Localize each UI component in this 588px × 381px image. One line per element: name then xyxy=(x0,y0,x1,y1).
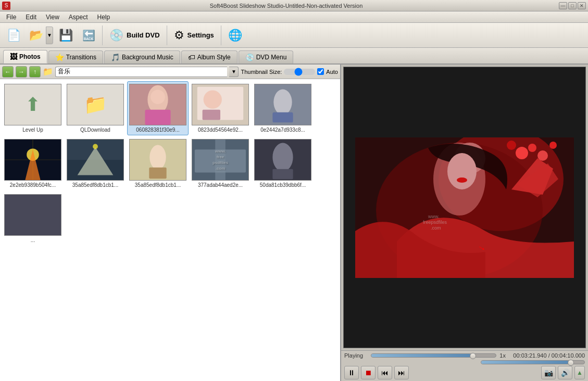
save-button[interactable]: 💾 xyxy=(55,27,77,44)
thumb-levelup-label: Level Up xyxy=(4,127,61,133)
thumb-photo6-img xyxy=(130,139,186,181)
volume-bar[interactable] xyxy=(481,360,585,364)
thumb-photo2-img xyxy=(192,84,248,125)
thumb-photo3-label: 0e2442a7d933c8... xyxy=(254,127,311,133)
svg-rect-29 xyxy=(5,195,61,236)
tab-album-style[interactable]: 🏷 Album Style xyxy=(181,50,237,63)
svg-point-9 xyxy=(273,90,292,115)
thumb-photo5-label: 35a85edf8db1cb1... xyxy=(67,182,124,188)
folder-dropdown-button[interactable]: ▼ xyxy=(229,67,239,77)
thumb-levelup[interactable]: ⬆ Level Up xyxy=(2,81,64,135)
tab-background-music[interactable]: 🎵 Background Music xyxy=(104,50,180,63)
transitions-tab-icon: ⭐ xyxy=(55,53,64,61)
minimize-button[interactable]: — xyxy=(559,2,567,9)
separator-2 xyxy=(167,26,167,45)
tabbar: 🖼 Photos ⭐ Transitions 🎵 Background Musi… xyxy=(0,48,588,65)
svg-point-40 xyxy=(507,141,516,150)
menu-aspect[interactable]: Aspect xyxy=(65,12,92,22)
tab-transitions-label: Transitions xyxy=(66,54,96,61)
thumb-qldownload[interactable]: 📁 QLDownload xyxy=(65,81,126,135)
thumb-photo7[interactable]: www.freepsdfiles.com 377adab44aed2e... xyxy=(190,136,251,190)
nav-up-button[interactable]: ↑ xyxy=(29,66,41,78)
svg-rect-7 xyxy=(203,110,220,120)
settings-button[interactable]: ⚙ Settings xyxy=(170,27,218,44)
menubar: File Edit View Aspect Help xyxy=(0,11,588,23)
tab-transitions[interactable]: ⭐ Transitions xyxy=(48,50,103,63)
svg-point-27 xyxy=(272,143,293,172)
preview-panel: www. freepsdfiles .com Playing 1x 00:03:… xyxy=(341,65,588,381)
thumb-photo1[interactable]: 060828381f30e9... xyxy=(127,81,189,135)
thumb-photo5[interactable]: 35a85edf8db1cb1... xyxy=(65,136,126,190)
thumb-photo2-label: 0823dd54564e92... xyxy=(192,127,249,133)
menu-edit[interactable]: Edit xyxy=(21,12,41,22)
svg-rect-2 xyxy=(145,110,170,125)
svg-point-41 xyxy=(447,153,477,189)
svg-text:freepsdfiles: freepsdfiles xyxy=(423,220,447,225)
auto-label: Auto xyxy=(326,69,338,75)
browser-toolbar: ← → ↑ 📁 音乐 ▼ Thumbnail Size: Auto xyxy=(0,65,340,79)
toolbar: 📄 📂 ▼ 💾 🔙 💿 Build DVD ⚙ Settings 🌐 xyxy=(0,23,588,48)
thumb-photo5-img xyxy=(67,139,123,181)
thumb-photo6-label: 35a85edf8db1cb1... xyxy=(129,182,186,188)
thumb-photo3[interactable]: 0e2442a7d933c8... xyxy=(252,81,314,135)
tab-background-music-label: Background Music xyxy=(122,54,173,61)
music-tab-icon: 🎵 xyxy=(111,53,120,61)
settings-icon: ⚙ xyxy=(174,29,184,42)
volume-up-button[interactable]: ▲ xyxy=(574,366,585,379)
thumb-photo6[interactable]: 35a85edf8db1cb1... xyxy=(127,136,189,190)
thumb-photo3-img xyxy=(255,84,311,125)
stop-button[interactable]: ⏹ xyxy=(361,366,376,379)
thumb-photo8[interactable]: 50da81cb39dbb6f... xyxy=(252,136,314,190)
pause-button[interactable]: ⏸ xyxy=(344,366,359,379)
svg-point-21 xyxy=(149,145,166,170)
close-button[interactable]: ✕ xyxy=(578,2,586,9)
open-button[interactable]: 📂 xyxy=(27,27,46,44)
svg-point-42 xyxy=(457,177,467,183)
auto-checkbox[interactable] xyxy=(317,68,324,75)
tab-photos[interactable]: 🖼 Photos xyxy=(3,50,47,63)
tab-dvd-menu-label: DVD Menu xyxy=(256,54,287,61)
app-icon: S xyxy=(2,2,10,10)
thumb-photo2[interactable]: 0823dd54564e92... xyxy=(190,81,251,135)
thumb-photo9-img xyxy=(5,194,61,236)
svg-point-39 xyxy=(549,142,557,149)
menu-file[interactable]: File xyxy=(2,12,20,22)
size-slider[interactable] xyxy=(284,69,315,75)
back-button[interactable]: 🔙 xyxy=(79,28,99,43)
thumb-photo4[interactable]: 2e2eb9389b504fc... xyxy=(2,136,64,190)
volume-thumb[interactable] xyxy=(568,360,574,366)
nav-forward-button[interactable]: → xyxy=(16,66,27,78)
new-button[interactable]: 📄 xyxy=(3,27,24,44)
activate-icon: 🌐 xyxy=(228,29,242,42)
folder-icon: 📁 xyxy=(43,67,53,77)
tab-photos-label: Photos xyxy=(19,53,41,60)
activate-button[interactable]: 🌐 xyxy=(224,27,246,44)
thumb-photo9[interactable]: ... xyxy=(2,192,64,246)
time-display: 00:03:21.940 / 00:04:10.000 xyxy=(513,352,585,359)
open-dropdown[interactable]: ▼ xyxy=(46,27,53,44)
folder-path-input[interactable]: 音乐 xyxy=(55,67,227,77)
preview-svg: www. freepsdfiles .com xyxy=(355,137,574,278)
nav-back-button[interactable]: ← xyxy=(2,66,14,78)
maximize-button[interactable]: □ xyxy=(568,2,577,9)
tab-dvd-menu[interactable]: 💿 DVD Menu xyxy=(239,50,294,63)
next-button[interactable]: ⏭ xyxy=(394,366,409,379)
svg-text:.com: .com xyxy=(431,225,441,231)
progress-bar[interactable] xyxy=(371,353,496,358)
build-dvd-label: Build DVD xyxy=(127,31,160,39)
menu-help[interactable]: Help xyxy=(93,12,115,22)
new-icon: 📄 xyxy=(7,29,21,42)
progress-thumb[interactable] xyxy=(470,353,476,359)
prev-button[interactable]: ⏮ xyxy=(378,366,392,379)
menu-view[interactable]: View xyxy=(42,12,64,22)
volume-button[interactable]: 🔊 xyxy=(558,366,572,379)
thumb-photo7-img xyxy=(192,139,248,181)
svg-rect-28 xyxy=(272,169,293,180)
thumb-photo1-img xyxy=(130,84,186,125)
screenshot-button[interactable]: 📷 xyxy=(541,366,556,379)
open-icon: 📂 xyxy=(29,29,43,42)
thumbnail-grid: ⬆ Level Up 📁 QLDownload xyxy=(0,79,340,381)
svg-point-19 xyxy=(93,144,98,149)
preview-controls: Playing 1x 00:03:21.940 / 00:04:10.000 xyxy=(341,350,588,381)
build-dvd-button[interactable]: 💿 Build DVD xyxy=(106,27,164,44)
